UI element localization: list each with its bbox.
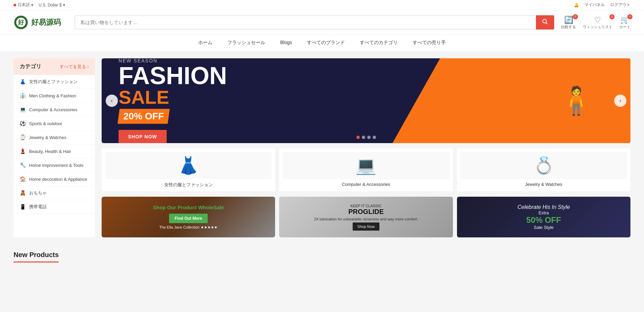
my-panel-link[interactable]: マイパネル bbox=[584, 2, 605, 8]
promo-proglide-btn[interactable]: Shop Now bbox=[353, 222, 379, 231]
promo-wholesale-text: Shop Our Product WholeSale Find Out More… bbox=[149, 200, 228, 234]
promo-proglide-label: KEEP IT CLASSIC bbox=[314, 204, 418, 208]
logo-icon: 好 bbox=[14, 15, 28, 30]
sidebar-item-label: Home Improvement & Tools bbox=[29, 163, 83, 168]
compare-group[interactable]: 🔄 0 比較する bbox=[561, 16, 576, 30]
sidebar-item-jewelry[interactable]: ⌚ Jewelry & Watches bbox=[14, 131, 95, 144]
promo-wholesale-small: The Ella Jane Collection ★★★★★ bbox=[153, 225, 224, 230]
cat-thumb-computer-label: Computer & Accessories bbox=[283, 182, 449, 187]
cat-thumb-women-img: 👗 bbox=[105, 152, 272, 179]
cat-thumb-computer-img: 💻 bbox=[283, 152, 449, 179]
promo-watch-extra: Extra bbox=[517, 210, 570, 215]
svg-line-4 bbox=[546, 23, 548, 24]
wishlist-label: ウィッシュリスト bbox=[583, 24, 612, 30]
banner-off-box: 20% OFF bbox=[118, 109, 170, 124]
cat-thumb-jewelry[interactable]: 💍 Jewelry & Watches bbox=[457, 149, 630, 191]
banner-fashion: FASHION bbox=[119, 63, 227, 88]
language-chevron: ▾ bbox=[31, 3, 33, 7]
cat-thumb-women-label: 女性の服とファッション bbox=[105, 182, 272, 188]
promo-banner-wholesale[interactable]: Shop Our Product WholeSale Find Out More… bbox=[102, 197, 275, 237]
sidebar-item-label: Jewelry & Watches bbox=[29, 135, 66, 140]
banner-sale: SALE bbox=[119, 88, 227, 107]
nav-home[interactable]: ホーム bbox=[197, 35, 214, 51]
search-icon bbox=[542, 19, 548, 25]
logout-link[interactable]: ログアウト bbox=[610, 2, 630, 8]
sidebar-item-label: 女性の服とファッション bbox=[29, 79, 78, 85]
nav-brands[interactable]: すべてのブランド bbox=[306, 35, 346, 51]
right-content: NEW SEASON FASHION SALE 20% OFF SHOP NOW… bbox=[102, 58, 630, 237]
top-bar: 日本語 ▾ U.S. Dollar $ ▾ 🔔 マイパネル ログアウト bbox=[0, 0, 644, 10]
language-selector[interactable]: 日本語 ▾ bbox=[14, 2, 33, 8]
promo-watch-sale: Sale Style bbox=[517, 225, 570, 230]
nav-flash-sale[interactable]: フラッシュセール bbox=[226, 35, 267, 51]
nav-categories[interactable]: すべてのカテゴリ bbox=[358, 35, 399, 51]
currency-selector[interactable]: U.S. Dollar $ ▾ bbox=[39, 3, 65, 7]
sidebar-item-computer[interactable]: 💻 Computer & Accessories bbox=[14, 103, 95, 117]
main-content: カテゴリ すべてを見る › 👗 女性の服とファッション 👔 Men Clothi… bbox=[0, 52, 644, 244]
mobile-icon: 📱 bbox=[20, 204, 26, 210]
sidebar-item-beauty[interactable]: 💄 Beauty, Health & Hair bbox=[14, 144, 95, 158]
sidebar-item-home-tools[interactable]: 🔧 Home Improvement & Tools bbox=[14, 158, 95, 172]
search-input[interactable] bbox=[75, 15, 536, 30]
sidebar-see-all[interactable]: すべてを見る › bbox=[60, 64, 89, 70]
sidebar-item-label: Home decoration & Appliance bbox=[29, 177, 87, 182]
promo-watch-off: 50% OFF bbox=[517, 215, 570, 225]
banner-left: NEW SEASON FASHION SALE 20% OFF SHOP NOW bbox=[119, 58, 227, 143]
compare-badge: 0 bbox=[573, 14, 578, 19]
promo-proglide-title: PROGLIDE bbox=[314, 208, 418, 216]
promo-watch-text: Celebrate His In Style Extra 50% OFF Sal… bbox=[513, 200, 574, 234]
new-products-section: New Products bbox=[0, 244, 644, 266]
compare-label: 比較する bbox=[561, 24, 576, 30]
svg-point-3 bbox=[543, 19, 546, 23]
language-indicator bbox=[14, 4, 16, 6]
logo-text: 好易源码 bbox=[31, 17, 61, 27]
sidebar-item-sports[interactable]: ⚽ Sports & outdoor bbox=[14, 117, 95, 131]
sidebar-item-toys[interactable]: 🧸 おもちゃ bbox=[14, 186, 95, 200]
promo-wholesale-title: Shop Our Product WholeSale bbox=[153, 204, 224, 210]
beauty-icon: 💄 bbox=[20, 148, 26, 154]
sidebar-item-women-fashion[interactable]: 👗 女性の服とファッション bbox=[14, 75, 95, 89]
currency-label: U.S. Dollar $ bbox=[39, 3, 62, 7]
logo[interactable]: 好 好易源码 bbox=[14, 15, 68, 30]
cat-thumb-jewelry-img: 💍 bbox=[460, 152, 627, 179]
sidebar-header: カテゴリ すべてを見る › bbox=[14, 58, 95, 75]
promo-proglide-text: KEEP IT CLASSIC PROGLIDE 2X lubrication … bbox=[310, 200, 422, 235]
cart-group[interactable]: 🛒 0 カート bbox=[619, 16, 630, 30]
toys-icon: 🧸 bbox=[20, 190, 26, 196]
header-icons: 🔄 0 比較する ♡ 0 ウィッシュリスト 🛒 0 カート bbox=[561, 16, 630, 30]
currency-chevron: ▾ bbox=[63, 3, 65, 7]
banner-right: 🧍 bbox=[539, 67, 614, 135]
computer-icon: 💻 bbox=[20, 106, 26, 113]
new-products-title: New Products bbox=[14, 251, 59, 262]
promo-wholesale-btn[interactable]: Find Out More bbox=[169, 214, 207, 223]
promo-proglide-desc: 2X lubrication for unbeatable closeness … bbox=[314, 217, 418, 221]
promo-banner-watch[interactable]: Celebrate His In Style Extra 50% OFF Sal… bbox=[457, 197, 630, 237]
cat-thumb-jewelry-label: Jewelry & Watches bbox=[460, 182, 627, 187]
sidebar-title: カテゴリ bbox=[20, 63, 41, 70]
men-fashion-icon: 👔 bbox=[20, 93, 26, 99]
wishlist-group[interactable]: ♡ 0 ウィッシュリスト bbox=[583, 16, 612, 30]
nav-blogs[interactable]: Blogs bbox=[279, 35, 293, 51]
banner-person-image: 🧍 bbox=[539, 67, 614, 135]
promo-banner-proglide[interactable]: KEEP IT CLASSIC PROGLIDE 2X lubrication … bbox=[279, 197, 453, 237]
sports-icon: ⚽ bbox=[20, 120, 26, 126]
tools-icon: 🔧 bbox=[20, 162, 26, 168]
top-bar-left: 日本語 ▾ U.S. Dollar $ ▾ bbox=[14, 2, 65, 8]
category-thumbs: 👗 女性の服とファッション 💻 Computer & Accessories 💍… bbox=[102, 149, 630, 191]
search-button[interactable] bbox=[536, 15, 554, 30]
nav-sellers[interactable]: すべての売り手 bbox=[411, 35, 447, 51]
banner-off-text: 20% OFF bbox=[123, 111, 164, 122]
sidebar-item-label: Sports & outdoor bbox=[29, 121, 62, 126]
sidebar-item-mobile[interactable]: 📱 携帯電話 bbox=[14, 200, 95, 214]
banner-slider: NEW SEASON FASHION SALE 20% OFF SHOP NOW… bbox=[102, 58, 630, 143]
notification-icon[interactable]: 🔔 bbox=[574, 3, 579, 7]
cart-label: カート bbox=[619, 24, 630, 30]
svg-text:好: 好 bbox=[18, 19, 24, 26]
home-icon: 🏠 bbox=[20, 176, 26, 182]
cat-thumb-computer[interactable]: 💻 Computer & Accessories bbox=[279, 149, 453, 191]
cat-thumb-women[interactable]: 👗 女性の服とファッション bbox=[102, 149, 275, 191]
shop-now-button[interactable]: SHOP NOW bbox=[119, 130, 167, 143]
search-bar bbox=[75, 15, 554, 30]
sidebar-item-men-fashion[interactable]: 👔 Men Clothing & Fashion bbox=[14, 89, 95, 103]
sidebar-item-home-decor[interactable]: 🏠 Home decoration & Appliance bbox=[14, 172, 95, 186]
